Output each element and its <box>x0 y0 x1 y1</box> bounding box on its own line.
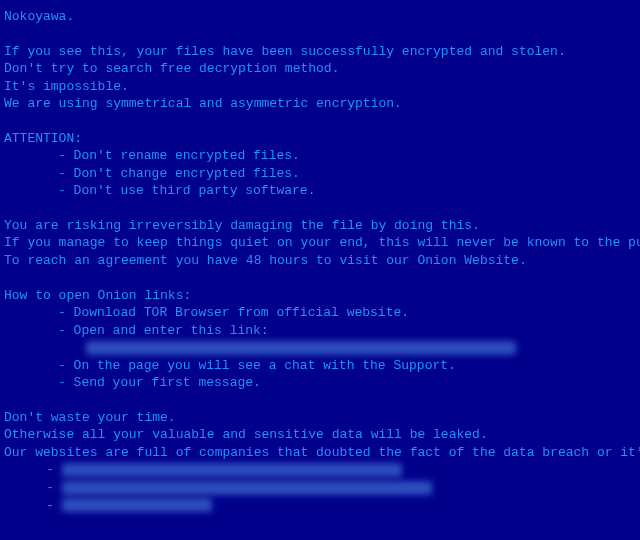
closing-line: Our websites are full of companies that … <box>4 444 640 462</box>
howto-item: - Open and enter this link: <box>4 322 640 340</box>
blank-line <box>4 270 640 287</box>
dash-icon: - <box>4 497 58 515</box>
redacted-site-row: - <box>4 479 640 497</box>
redacted-url <box>62 463 402 477</box>
blank-line <box>4 200 640 217</box>
note-title: Nokoyawa. <box>4 8 640 26</box>
intro-line: Don't try to search free decryption meth… <box>4 60 640 78</box>
howto-item: - On the page you will see a chat with t… <box>4 357 640 375</box>
intro-line: We are using symmetrical and asymmetric … <box>4 95 640 113</box>
redacted-url <box>4 339 640 357</box>
redacted-url <box>62 498 212 512</box>
redacted-site-row: - <box>4 461 640 479</box>
warning-line: You are risking irreversibly damaging th… <box>4 217 640 235</box>
attention-label: ATTENTION: <box>4 130 640 148</box>
blank-line <box>4 392 640 409</box>
warning-line: To reach an agreement you have 48 hours … <box>4 252 640 270</box>
redacted-url <box>62 481 432 495</box>
howto-item: - Download TOR Browser from official web… <box>4 304 640 322</box>
dash-icon: - <box>4 479 58 497</box>
warning-line: If you manage to keep things quiet on yo… <box>4 234 640 252</box>
closing-line: Otherwise all your valuable and sensitiv… <box>4 426 640 444</box>
intro-line: If you see this, your files have been su… <box>4 43 640 61</box>
closing-line: Don't waste your time. <box>4 409 640 427</box>
redacted-site-row: - <box>4 497 640 515</box>
attention-item: - Don't change encrypted files. <box>4 165 640 183</box>
blank-line <box>4 26 640 43</box>
howto-item: - Send your first message. <box>4 374 640 392</box>
intro-line: It's impossible. <box>4 78 640 96</box>
dash-icon: - <box>4 461 58 479</box>
blank-line <box>4 113 640 130</box>
attention-item: - Don't use third party software. <box>4 182 640 200</box>
attention-item: - Don't rename encrypted files. <box>4 147 640 165</box>
howto-label: How to open Onion links: <box>4 287 640 305</box>
